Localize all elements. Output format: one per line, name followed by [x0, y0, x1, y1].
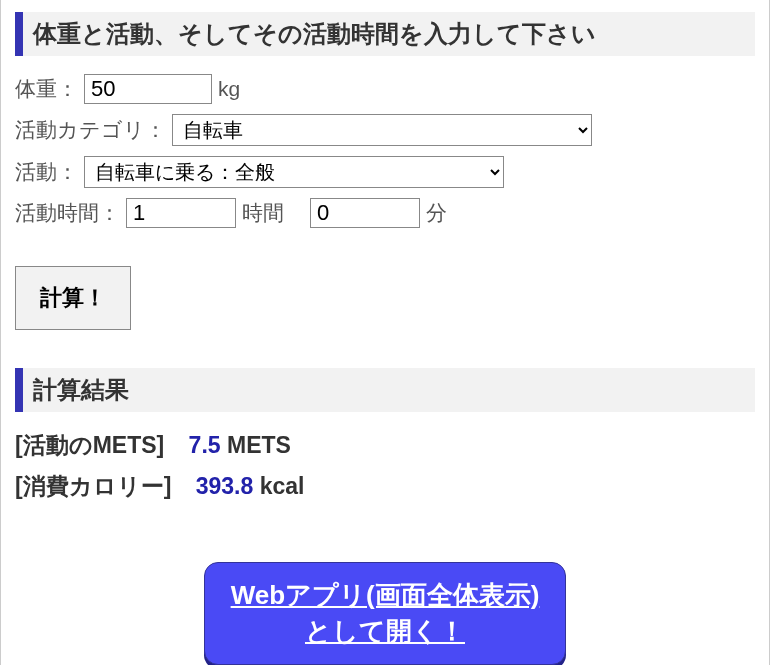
- kcal-unit: kcal: [260, 473, 305, 499]
- hours-input[interactable]: [126, 198, 236, 228]
- category-label: 活動カテゴリ：: [15, 116, 166, 144]
- kcal-value: 393.8: [196, 473, 254, 499]
- activity-select[interactable]: 自転車に乗る：全般: [84, 156, 504, 188]
- activity-label: 活動：: [15, 158, 78, 186]
- result-section-title: 計算結果: [15, 368, 755, 412]
- minutes-unit: 分: [426, 199, 447, 227]
- weight-row: 体重： kg: [15, 74, 755, 104]
- duration-row: 活動時間： 時間 分: [15, 198, 755, 228]
- app-link-line1: Webアプリ(画面全体表示): [231, 580, 540, 610]
- open-webapp-link[interactable]: Webアプリ(画面全体表示) として開く！: [204, 562, 567, 665]
- weight-label: 体重：: [15, 75, 78, 103]
- hours-unit: 時間: [242, 199, 284, 227]
- category-row: 活動カテゴリ： 自転車: [15, 114, 755, 146]
- kcal-result-line: [消費カロリー] 393.8 kcal: [15, 471, 755, 502]
- page-container: 体重と活動、そしてその活動時間を入力して下さい 体重： kg 活動カテゴリ： 自…: [0, 0, 770, 665]
- results-block: [活動のMETS] 7.5 METS [消費カロリー] 393.8 kcal: [15, 430, 755, 502]
- kcal-label: [消費カロリー]: [15, 473, 171, 499]
- mets-unit: METS: [227, 432, 291, 458]
- minutes-input[interactable]: [310, 198, 420, 228]
- input-section-title: 体重と活動、そしてその活動時間を入力して下さい: [15, 12, 755, 56]
- mets-result-line: [活動のMETS] 7.5 METS: [15, 430, 755, 461]
- duration-label: 活動時間：: [15, 199, 120, 227]
- category-select[interactable]: 自転車: [172, 114, 592, 146]
- weight-unit: kg: [218, 77, 240, 101]
- app-link-wrap: Webアプリ(画面全体表示) として開く！: [15, 562, 755, 665]
- mets-label: [活動のMETS]: [15, 432, 164, 458]
- mets-value: 7.5: [189, 432, 221, 458]
- calculate-button[interactable]: 計算！: [15, 266, 131, 330]
- weight-input[interactable]: [84, 74, 212, 104]
- activity-row: 活動： 自転車に乗る：全般: [15, 156, 755, 188]
- app-link-line2: として開く！: [305, 616, 465, 646]
